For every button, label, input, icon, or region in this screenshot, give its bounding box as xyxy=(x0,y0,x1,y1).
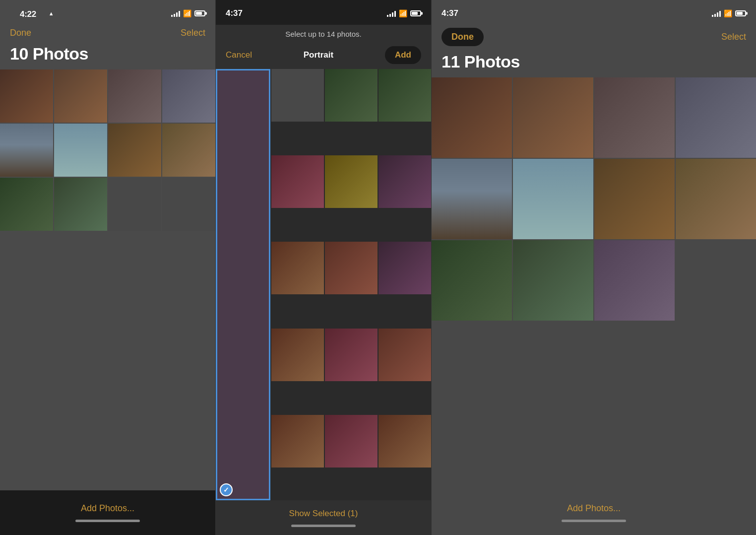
show-selected-button[interactable]: Show Selected (1) xyxy=(289,509,358,519)
picker-cell-party9[interactable] xyxy=(378,329,431,381)
picker-side-column: ✓ xyxy=(216,69,270,500)
left-add-photos-button[interactable]: Add Photos... xyxy=(81,503,134,514)
right-toolbar: Done Select xyxy=(432,25,756,51)
photo-cell-11[interactable] xyxy=(108,178,161,231)
selection-border xyxy=(216,69,270,500)
picker-side-portrait[interactable]: ✓ xyxy=(216,69,270,500)
photo-cell-4[interactable] xyxy=(162,69,215,123)
left-page-title: 10 Photos xyxy=(0,43,215,69)
right-photo-cell-8[interactable] xyxy=(676,159,756,239)
photo-cell-2[interactable] xyxy=(54,69,107,123)
middle-status-icons: 📶 xyxy=(387,9,421,17)
right-status-icons: 📶 xyxy=(712,9,746,17)
picker-title-label: Portrait xyxy=(304,50,333,60)
photo-cell-7[interactable] xyxy=(108,124,161,177)
picker-main-grid xyxy=(271,69,431,500)
left-status-icons: 📶 xyxy=(171,9,205,17)
middle-status-bar: 4:37 📶 xyxy=(216,0,431,25)
right-grid-4col xyxy=(432,77,756,321)
right-page-title: 11 Photos xyxy=(432,51,756,77)
picker-cell-party3[interactable] xyxy=(378,155,431,208)
right-add-photos-button[interactable]: Add Photos... xyxy=(567,503,621,514)
right-time: 4:37 xyxy=(441,8,458,18)
left-grid-4col xyxy=(0,69,215,231)
middle-home-indicator xyxy=(291,525,356,527)
wifi-icon-right: 📶 xyxy=(724,9,732,17)
picker-toolbar: Cancel Portrait Add xyxy=(216,41,431,69)
picker-add-button[interactable]: Add xyxy=(385,46,421,64)
left-home-indicator xyxy=(75,520,140,522)
photo-cell-10[interactable] xyxy=(54,178,107,231)
battery-right xyxy=(735,10,746,16)
picker-hint-text: Select up to 14 photos. xyxy=(285,30,361,38)
photo-cell-5[interactable] xyxy=(0,124,53,177)
photo-cell-3[interactable] xyxy=(108,69,161,123)
picker-content-area: ✓ xyxy=(216,69,431,500)
left-status-bar: 4:22 ▲ 📶 xyxy=(0,0,215,25)
left-phone-panel: 4:22 ▲ 📶 Done Select 10 Photos xyxy=(0,0,216,535)
right-photo-cell-3[interactable] xyxy=(594,77,675,158)
wifi-icon-middle: 📶 xyxy=(399,9,407,17)
left-done-button[interactable]: Done xyxy=(10,28,31,38)
picker-overlay: 4:37 📶 Select up to 14 photos. Cancel Po… xyxy=(216,0,431,535)
right-photo-cell-5[interactable] xyxy=(432,159,512,239)
picker-cell-party6[interactable] xyxy=(378,242,431,294)
battery-middle xyxy=(410,10,421,16)
right-photo-cell-1[interactable] xyxy=(432,77,512,158)
wifi-icon-left: 📶 xyxy=(183,9,191,17)
right-photo-cell-6[interactable] xyxy=(513,159,593,239)
picker-cell-party4[interactable] xyxy=(271,242,324,294)
battery-left xyxy=(194,10,205,16)
picker-hint: Select up to 14 photos. xyxy=(216,25,431,41)
picker-bottom-bar: Show Selected (1) xyxy=(216,500,431,535)
signal-bars-right xyxy=(712,10,721,17)
right-phone-panel: 4:37 📶 Done Select 11 Photos xyxy=(432,0,756,535)
right-photo-cell-7[interactable] xyxy=(594,159,675,239)
picker-cell-party12[interactable] xyxy=(378,415,431,468)
right-status-bar: 4:37 📶 xyxy=(432,0,756,25)
left-toolbar: Done Select xyxy=(0,25,215,43)
picker-cell-party1[interactable] xyxy=(271,155,324,208)
picker-cell-party8[interactable] xyxy=(325,329,378,381)
left-select-button[interactable]: Select xyxy=(181,28,205,38)
right-photo-cell-10[interactable] xyxy=(513,240,593,321)
picker-cell-party5[interactable] xyxy=(325,242,378,294)
photo-cell-8[interactable] xyxy=(162,124,215,177)
right-photo-cell-4[interactable] xyxy=(676,77,756,158)
picker-cell-party10[interactable] xyxy=(271,415,324,468)
picker-cell-hulk1[interactable] xyxy=(325,69,378,122)
photo-cell-12[interactable] xyxy=(162,178,215,231)
right-select-button[interactable]: Select xyxy=(721,32,746,42)
right-photo-cell-2[interactable] xyxy=(513,77,593,158)
left-photo-count: 10 Photos xyxy=(10,44,205,64)
right-bottom-bar: Add Photos... xyxy=(432,490,756,535)
picker-cancel-button[interactable]: Cancel xyxy=(226,50,252,60)
right-photo-cell-12[interactable] xyxy=(676,240,756,321)
photo-cell-6[interactable] xyxy=(54,124,107,177)
left-location-icon: ▲ xyxy=(49,10,54,16)
right-done-button[interactable]: Done xyxy=(441,28,484,46)
right-photo-cell-9[interactable] xyxy=(432,240,512,321)
right-home-indicator xyxy=(562,520,626,522)
left-bottom-bar: Add Photos... xyxy=(0,490,215,535)
selection-checkmark: ✓ xyxy=(220,483,233,496)
right-photo-grid xyxy=(432,77,756,490)
signal-bars-left xyxy=(171,10,180,17)
middle-time: 4:37 xyxy=(226,8,243,18)
photo-cell-9[interactable] xyxy=(0,178,53,231)
picker-cell-party2[interactable] xyxy=(325,155,378,208)
left-time: 4:22 xyxy=(10,1,46,26)
picker-cell-empty[interactable] xyxy=(271,69,324,122)
right-photo-count: 11 Photos xyxy=(441,52,746,71)
picker-cell-party7[interactable] xyxy=(271,329,324,381)
right-photo-cell-11[interactable] xyxy=(594,240,675,321)
photo-cell-1[interactable] xyxy=(0,69,53,123)
left-photo-grid xyxy=(0,69,215,490)
middle-phone-panel: 4:37 📶 Select up to 14 photos. Cancel Po… xyxy=(216,0,432,535)
picker-cell-hulk2[interactable] xyxy=(378,69,431,122)
signal-bars-middle xyxy=(387,10,396,17)
picker-cell-party11[interactable] xyxy=(325,415,378,468)
